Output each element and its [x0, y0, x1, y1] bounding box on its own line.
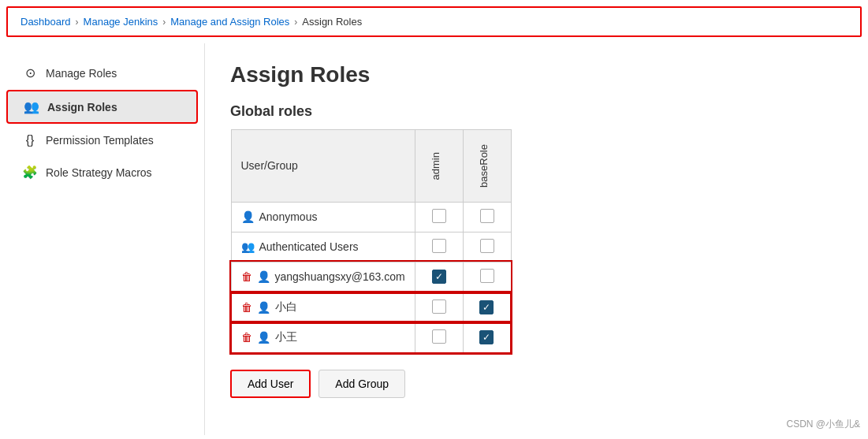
user-cell: 🗑👤小王	[231, 322, 415, 353]
delete-icon[interactable]: 🗑	[241, 331, 252, 344]
breadcrumb-sep-1: ›	[76, 17, 79, 28]
person-icon: 👤	[257, 270, 270, 283]
col-header-admin: admin	[415, 130, 463, 203]
baserole-checkbox[interactable]	[480, 209, 494, 223]
add-group-button[interactable]: Add Group	[319, 370, 405, 398]
baserole-checkbox[interactable]	[479, 300, 494, 314]
baserole-checkbox-cell	[463, 262, 511, 292]
admin-checkbox[interactable]	[432, 239, 446, 253]
user-cell: 👥Authenticated Users	[231, 232, 415, 262]
col-label-admin: admin	[425, 144, 453, 188]
sidebar: ⊙ Manage Roles 👥 Assign Roles {} Permiss…	[0, 43, 205, 435]
admin-checkbox[interactable]	[432, 329, 446, 344]
sidebar-item-permission-templates[interactable]: {} Permission Templates	[6, 125, 198, 155]
col-header-user-group: User/Group	[231, 130, 415, 203]
breadcrumb-dashboard[interactable]: Dashboard	[20, 16, 71, 28]
sidebar-label-manage-roles: Manage Roles	[46, 67, 117, 80]
col-label-baserole: baseRole	[473, 136, 501, 195]
sidebar-label-assign-roles: Assign Roles	[47, 101, 117, 113]
username-label: Authenticated Users	[259, 240, 359, 253]
group-icon: 👥	[241, 240, 255, 253]
username-label: yangshuangsxy@163.com	[275, 270, 405, 283]
person-icon: 👤	[241, 210, 255, 223]
main-content: Assign Roles Global roles User/Group adm…	[205, 43, 868, 435]
table-row: 🗑👤小白	[231, 292, 511, 323]
delete-icon[interactable]: 🗑	[241, 270, 252, 283]
breadcrumb-sep-2: ›	[162, 17, 166, 28]
person-icon: 👤	[257, 331, 270, 344]
username-label: 小白	[275, 300, 297, 314]
assign-roles-icon: 👥	[24, 99, 39, 114]
table-row: 👥Authenticated Users	[231, 232, 511, 262]
sidebar-item-assign-roles[interactable]: 👥 Assign Roles	[6, 90, 198, 124]
user-cell: 🗑👤yangshuangsxy@163.com	[231, 262, 415, 292]
breadcrumb-manage-assign-roles[interactable]: Manage and Assign Roles	[170, 16, 289, 28]
admin-checkbox-cell	[415, 292, 463, 323]
add-user-button[interactable]: Add User	[230, 370, 311, 398]
admin-checkbox[interactable]	[432, 270, 446, 284]
admin-checkbox-cell	[415, 202, 463, 232]
permission-templates-icon: {}	[22, 133, 38, 147]
breadcrumb: Dashboard › Manage Jenkins › Manage and …	[6, 6, 862, 37]
macros-icon: 🧩	[22, 165, 38, 180]
user-cell: 🗑👤小白	[231, 292, 415, 323]
baserole-checkbox[interactable]	[479, 330, 494, 344]
baserole-checkbox[interactable]	[480, 239, 494, 253]
sidebar-item-role-strategy-macros[interactable]: 🧩 Role Strategy Macros	[6, 157, 198, 188]
baserole-checkbox-cell	[463, 322, 511, 353]
breadcrumb-manage-jenkins[interactable]: Manage Jenkins	[84, 16, 158, 28]
delete-icon[interactable]: 🗑	[241, 301, 252, 314]
section-title: Global roles	[230, 103, 843, 120]
table-row: 🗑👤yangshuangsxy@163.com	[231, 262, 511, 292]
col-header-baserole: baseRole	[463, 130, 511, 203]
watermark: CSDN @小鱼儿&	[786, 418, 860, 431]
baserole-checkbox-cell	[463, 232, 511, 262]
baserole-checkbox[interactable]	[480, 269, 494, 283]
admin-checkbox-cell	[415, 262, 463, 292]
sidebar-item-manage-roles[interactable]: ⊙ Manage Roles	[6, 58, 198, 88]
user-cell: 👤Anonymous	[231, 202, 415, 232]
baserole-checkbox-cell	[463, 202, 511, 232]
person-icon: 👤	[257, 301, 270, 314]
admin-checkbox-cell	[415, 322, 463, 353]
main-layout: ⊙ Manage Roles 👥 Assign Roles {} Permiss…	[0, 43, 868, 435]
admin-checkbox-cell	[415, 232, 463, 262]
sidebar-label-permission-templates: Permission Templates	[46, 134, 154, 147]
roles-table: User/Group admin baseRole 👤Anonymous👥Aut…	[230, 129, 512, 354]
page-title: Assign Roles	[230, 62, 843, 87]
admin-checkbox[interactable]	[432, 209, 446, 223]
username-label: Anonymous	[259, 210, 318, 223]
buttons-row: Add User Add Group	[230, 370, 843, 398]
breadcrumb-assign-roles: Assign Roles	[302, 16, 362, 28]
baserole-checkbox-cell	[463, 292, 511, 323]
breadcrumb-sep-3: ›	[294, 17, 297, 28]
admin-checkbox[interactable]	[432, 299, 446, 314]
table-row: 👤Anonymous	[231, 202, 511, 232]
sidebar-label-role-strategy-macros: Role Strategy Macros	[46, 166, 152, 179]
fingerprint-icon: ⊙	[22, 65, 38, 80]
table-row: 🗑👤小王	[231, 322, 511, 353]
username-label: 小王	[275, 330, 297, 344]
